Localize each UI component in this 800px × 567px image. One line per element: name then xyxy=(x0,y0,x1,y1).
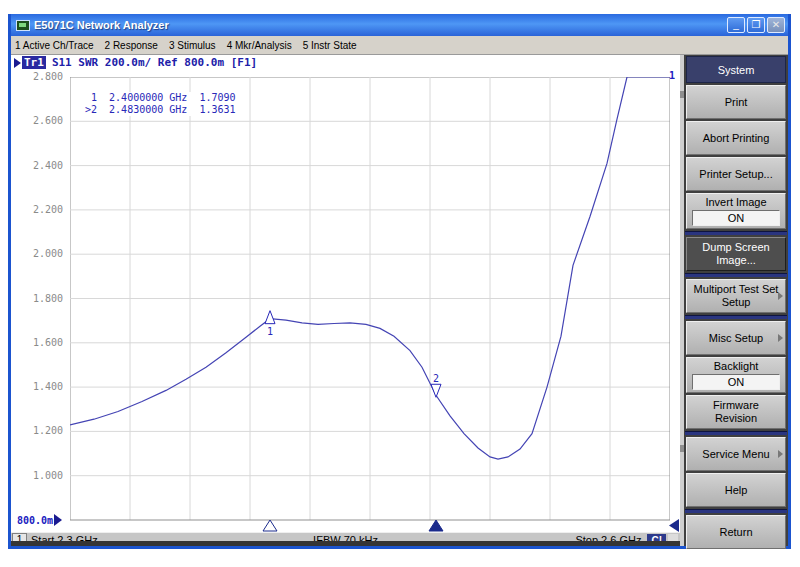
marker-position-triangle-1[interactable] xyxy=(263,520,277,531)
main-content: Tr1 S11 SWR 200.0m/ Ref 800.0m [F1] 2.80… xyxy=(11,55,788,546)
y-tick-label: 1.800 xyxy=(17,293,63,304)
app-icon xyxy=(16,20,30,31)
trace-id-badge: Tr1 xyxy=(22,56,46,69)
softkey-return[interactable]: Return xyxy=(686,515,786,549)
softkey-state-value: ON xyxy=(692,210,780,226)
softkey-group-divider xyxy=(685,231,787,235)
softkey-group-divider xyxy=(685,509,787,513)
softkey-dump-screen-image[interactable]: Dump Screen Image... xyxy=(686,237,786,271)
submenu-arrow-icon xyxy=(778,292,783,300)
softkey-sidebar: SystemPrintAbort PrintingPrinter Setup..… xyxy=(680,55,788,546)
softkey-label: Backlight xyxy=(714,360,759,373)
softkey-label: Misc Setup xyxy=(709,332,763,345)
softkey-label: Return xyxy=(719,526,752,539)
screenshot-page: E5071C Network Analyzer _ ❐ ✕ 1 Active C… xyxy=(0,0,800,567)
softkey-label: Print xyxy=(725,96,748,109)
y-tick-label: 2.000 xyxy=(17,248,63,259)
lcd-screen: Tr1 S11 SWR 200.0m/ Ref 800.0m [F1] 2.80… xyxy=(11,55,680,546)
marker-readout-row: >2 2.4830000 GHz 1.3631 xyxy=(85,104,236,116)
softkey-label: Abort Printing xyxy=(703,132,770,145)
restore-button[interactable]: ❐ xyxy=(747,17,765,33)
softkey-backlight[interactable]: BacklightON xyxy=(686,357,786,393)
menu-item-4[interactable]: 4 Mkr/Analysis xyxy=(227,40,292,51)
softkey-firmware-revision[interactable]: Firmware Revision xyxy=(686,395,786,429)
softkey-group-divider xyxy=(685,315,787,319)
softkey-label: Firmware Revision xyxy=(693,399,779,425)
softkey-invert-image[interactable]: Invert ImageON xyxy=(686,193,786,229)
marker-triangle-icon xyxy=(265,311,275,324)
softkey-multiport-test-set-setup[interactable]: Multiport Test Set Setup xyxy=(686,279,786,313)
trace-marker-1[interactable]: 1 xyxy=(265,311,275,337)
softkey-service-menu[interactable]: Service Menu xyxy=(686,437,786,471)
softkey-list: SystemPrintAbort PrintingPrinter Setup..… xyxy=(684,55,788,549)
reference-arrow-right-icon xyxy=(669,519,679,532)
y-tick-label: 2.600 xyxy=(17,115,63,126)
softkey-label: Dump Screen Image... xyxy=(693,241,779,267)
y-tick-label: 1.400 xyxy=(17,381,63,392)
title-bar[interactable]: E5071C Network Analyzer _ ❐ ✕ xyxy=(11,14,788,36)
marker-readout-row: 1 2.4000000 GHz 1.7090 xyxy=(85,92,236,104)
submenu-arrow-icon xyxy=(778,334,783,342)
trace-marker-2[interactable]: 2 xyxy=(431,373,441,397)
softkey-label: Help xyxy=(725,484,748,497)
softkey-label: Multiport Test Set Setup xyxy=(693,283,779,309)
app-window: E5071C Network Analyzer _ ❐ ✕ 1 Active C… xyxy=(8,14,791,549)
marker-readout: 1 2.4000000 GHz 1.7090>2 2.4830000 GHz 1… xyxy=(81,92,240,116)
y-tick-label: 2.800 xyxy=(17,71,63,82)
window-title: E5071C Network Analyzer xyxy=(34,19,725,31)
softkey-printer-setup[interactable]: Printer Setup... xyxy=(686,157,786,191)
y-tick-label: 2.400 xyxy=(17,160,63,171)
marker-number-label: 2 xyxy=(433,373,439,384)
softkey-group-divider xyxy=(685,273,787,277)
minimize-button[interactable]: _ xyxy=(727,17,745,33)
softkey-state-value: ON xyxy=(692,374,780,390)
graticule-plot[interactable]: 12 xyxy=(70,77,670,521)
trace-format-label: S11 SWR 200.0m/ Ref 800.0m [F1] xyxy=(52,56,257,69)
softkey-label: Service Menu xyxy=(702,448,769,461)
marker-position-triangle-2[interactable] xyxy=(429,520,443,531)
menu-bar: 1 Active Ch/Trace2 Response3 Stimulus4 M… xyxy=(11,36,788,55)
softkey-abort-printing[interactable]: Abort Printing xyxy=(686,121,786,155)
active-trace-arrow-icon xyxy=(14,58,21,68)
trace-number-marker: 1 xyxy=(669,70,675,81)
y-tick-label: 1.200 xyxy=(17,425,63,436)
menu-item-3[interactable]: 3 Stimulus xyxy=(169,40,216,51)
menu-item-5[interactable]: 5 Instr State xyxy=(303,40,357,51)
close-button[interactable]: ✕ xyxy=(767,17,785,33)
submenu-arrow-icon xyxy=(778,450,783,458)
y-tick-label: 1.000 xyxy=(17,470,63,481)
softkey-group-divider xyxy=(685,431,787,435)
softkey-help[interactable]: Help xyxy=(686,473,786,507)
softkey-label: Printer Setup... xyxy=(699,168,772,181)
screen-bottom-bezel xyxy=(11,541,680,546)
softkey-label: Invert Image xyxy=(705,196,766,209)
marker-triangle-icon xyxy=(431,384,441,397)
softkey-print[interactable]: Print xyxy=(686,85,786,119)
marker-position-strip[interactable] xyxy=(11,519,680,532)
y-tick-label: 1.600 xyxy=(17,337,63,348)
menu-item-2[interactable]: 2 Response xyxy=(105,40,158,51)
y-tick-label: 2.200 xyxy=(17,204,63,215)
trace-header[interactable]: Tr1 S11 SWR 200.0m/ Ref 800.0m [F1] xyxy=(14,56,257,69)
softkey-menu-title[interactable]: System xyxy=(686,56,786,83)
menu-item-1[interactable]: 1 Active Ch/Trace xyxy=(15,40,94,51)
marker-number-label: 1 xyxy=(267,326,273,337)
softkey-misc-setup[interactable]: Misc Setup xyxy=(686,321,786,355)
